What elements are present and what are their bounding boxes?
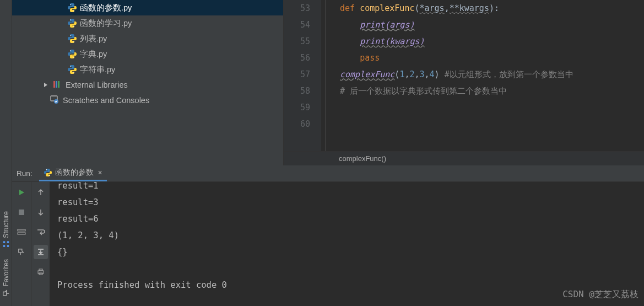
console-output[interactable]: result=1 result=3 result=6 (1, 2, 3, 4) … (50, 182, 644, 306)
up-button[interactable] (34, 185, 48, 200)
svg-rect-2 (7, 245, 9, 247)
svg-point-13 (73, 72, 74, 73)
soft-wrap-button[interactable] (34, 225, 48, 239)
tree-item-file[interactable]: 字典.py (12, 46, 283, 62)
svg-rect-3 (7, 241, 9, 243)
run-panel-label: Run: (17, 169, 33, 178)
structure-toolwindow-button[interactable]: Structure (2, 211, 10, 248)
tree-item-label: 列表.py (80, 34, 107, 44)
indent-guide (326, 0, 326, 151)
scratches-icon (50, 95, 59, 106)
console-line: result=6 (57, 211, 644, 227)
structure-label: Structure (2, 211, 10, 238)
tree-item-label: External Libraries (66, 80, 128, 89)
svg-rect-23 (18, 233, 25, 234)
console-line: {} (57, 244, 644, 260)
structure-icon (2, 240, 10, 248)
favorites-toolwindow-button[interactable]: Favorites (2, 259, 10, 296)
svg-point-4 (70, 4, 71, 5)
svg-rect-0 (3, 245, 5, 247)
svg-point-12 (70, 66, 71, 67)
python-file-icon (67, 65, 77, 74)
svg-point-10 (70, 50, 71, 51)
tree-item-label: 字典.py (80, 49, 107, 60)
pin-icon (2, 288, 10, 296)
run-toolbar-primary (12, 182, 31, 306)
library-icon (52, 79, 62, 91)
layout-button[interactable] (14, 225, 29, 239)
svg-point-8 (70, 35, 71, 36)
tree-item-file[interactable]: 函数的参数.py (12, 0, 283, 15)
svg-rect-15 (56, 81, 57, 88)
svg-point-5 (73, 10, 74, 12)
stop-button[interactable] (14, 205, 29, 219)
svg-rect-21 (19, 210, 24, 215)
tree-item-file[interactable]: 函数的学习.py (12, 15, 283, 31)
svg-rect-1 (3, 241, 5, 243)
python-file-icon (67, 18, 77, 28)
svg-rect-14 (53, 81, 55, 88)
run-tab-label: 函数的参数 (55, 168, 94, 178)
chevron-right-icon (42, 82, 49, 88)
console-line: Process finished with exit code 0 (57, 277, 644, 293)
scratches-consoles[interactable]: Scratches and Consoles (12, 93, 283, 108)
run-panel: Run: 函数的参数 × result=1 (12, 165, 644, 306)
console-line: result=1 (57, 182, 644, 194)
svg-point-11 (73, 57, 74, 58)
code-editor[interactable]: 53 54 55 56 57 58 59 60 def complexFunc(… (284, 0, 644, 165)
tree-item-file[interactable]: 列表.py (12, 31, 283, 46)
code-content[interactable]: def complexFunc(*args,**kwargs): print(a… (321, 0, 644, 151)
pin-button[interactable] (14, 245, 29, 259)
watermark: CSDN @芝芝又荔枝 (562, 286, 638, 303)
external-libraries[interactable]: External Libraries (12, 77, 283, 93)
tree-item-label: 字符串.py (80, 65, 115, 75)
scroll-to-end-button[interactable] (34, 245, 48, 259)
tree-item-label: 函数的学习.py (80, 18, 132, 29)
close-icon[interactable]: × (98, 168, 102, 177)
svg-rect-25 (39, 269, 42, 271)
svg-point-19 (46, 169, 46, 170)
svg-point-9 (73, 41, 74, 42)
python-file-icon (67, 34, 77, 44)
console-line: (1, 2, 3, 4) (57, 227, 644, 244)
run-tab[interactable]: 函数的参数 × (39, 166, 107, 181)
svg-point-20 (48, 175, 49, 176)
svg-point-7 (73, 26, 74, 27)
console-line: result=3 (57, 194, 644, 211)
svg-point-6 (70, 19, 71, 20)
run-toolbar-secondary (31, 182, 50, 306)
favorites-label: Favorites (2, 259, 10, 286)
tree-item-label: 函数的参数.py (80, 3, 132, 13)
svg-rect-16 (58, 81, 59, 88)
svg-rect-22 (18, 229, 25, 231)
print-button[interactable] (34, 265, 48, 279)
breadcrumb[interactable]: complexFunc() (284, 151, 644, 165)
tree-item-label: Scratches and Consoles (63, 96, 149, 105)
python-file-icon (44, 168, 52, 177)
console-line (57, 260, 644, 277)
python-file-icon (67, 49, 77, 59)
rerun-button[interactable] (14, 185, 29, 200)
project-tree[interactable]: 函数的参数.py 函数的学习.py 列表.py 字典.py 字符串.py (12, 0, 284, 165)
tree-item-file[interactable]: 字符串.py (12, 62, 283, 77)
breadcrumb-item: complexFunc() (339, 154, 386, 163)
python-file-icon (67, 3, 77, 13)
down-button[interactable] (34, 205, 48, 219)
line-numbers: 53 54 55 56 57 58 59 60 (284, 0, 321, 151)
tool-window-bar: Structure Favorites (0, 0, 12, 306)
